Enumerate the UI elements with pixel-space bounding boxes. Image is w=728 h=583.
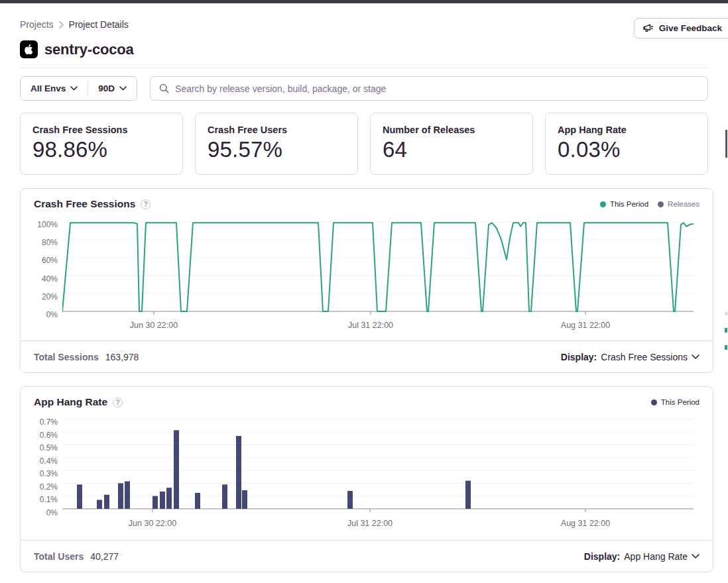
stat-value: 0.03%	[558, 137, 696, 162]
give-feedback-button[interactable]: Give Feedback	[634, 18, 728, 38]
stat-value: 98.86%	[32, 137, 170, 162]
chevron-down-icon	[692, 354, 699, 360]
x-tick-label: Jun 30 22:00	[129, 519, 176, 528]
display-selected-value: Crash Free Sessions	[601, 352, 688, 362]
stat-value: 64	[383, 137, 520, 162]
y-tick-label: 0.6%	[40, 431, 58, 440]
y-tick-label: 80%	[42, 238, 58, 247]
legend-item[interactable]: This Period	[600, 200, 648, 208]
stat-card-number-of-releases: Number of Releases 64	[370, 113, 533, 175]
legend-label: Releases	[668, 200, 699, 208]
y-tick-label: 100%	[37, 220, 58, 229]
help-icon[interactable]: ?	[113, 398, 123, 407]
y-tick-label: 0.1%	[40, 495, 58, 504]
x-axis-labels: Jun 30 22:00Jul 31 22:00Aug 31 22:00	[21, 321, 713, 331]
chart-legend: This Period	[651, 396, 699, 406]
chart-footer: Total Sessions 163,978 Display: Crash Fr…	[21, 341, 713, 372]
y-tick-label: 0.5%	[40, 443, 58, 452]
y-axis-labels: 0.7%0.6%0.5%0.4%0.3%0.2%0.1%0%	[21, 417, 58, 517]
chart-title: App Hang Rate	[34, 396, 107, 408]
display-label: Display:	[584, 551, 620, 562]
filter-button-group: All Envs 90D	[20, 76, 137, 101]
page-title: sentry-cocoa	[44, 41, 134, 58]
legend-item[interactable]: Releases	[658, 200, 699, 208]
legend-dot	[658, 201, 664, 207]
date-range-filter-button[interactable]: 90D	[88, 77, 137, 100]
y-tick-label: 0.7%	[40, 417, 58, 427]
stat-cards-row: Crash Free Sessions 98.86% Crash Free Us…	[20, 113, 708, 175]
header-divider	[20, 68, 708, 68]
chart-title: Crash Free Sessions	[34, 198, 135, 210]
x-axis-labels: Jun 30 22:00Jul 31 22:00Aug 31 22:00	[21, 519, 713, 529]
stat-label: Number of Releases	[383, 125, 520, 135]
crash-free-sessions-panel: Crash Free Sessions ? This PeriodRelease…	[20, 188, 713, 373]
y-tick-label: 0.4%	[40, 456, 58, 466]
breadcrumb-current: Project Details	[69, 19, 129, 30]
x-tick-label: Jun 30 22:00	[130, 321, 178, 330]
legend-item[interactable]: This Period	[651, 398, 699, 406]
x-tick-label: Aug 31 22:00	[561, 519, 610, 528]
chevron-down-icon	[692, 554, 699, 559]
legend-label: This Period	[610, 200, 648, 208]
environment-filter-label: All Envs	[30, 83, 66, 93]
give-feedback-label: Give Feedback	[659, 23, 722, 33]
project-title-row: sentry-cocoa	[20, 40, 708, 58]
megaphone-icon	[643, 23, 654, 33]
bar-chart-canvas[interactable]	[62, 417, 694, 513]
display-metric-select[interactable]: Display: Crash Free Sessions	[561, 352, 699, 362]
app-hang-rate-panel: App Hang Rate ? This Period 0.7%0.6%0.5%…	[20, 386, 713, 572]
x-tick-label: Jul 31 22:00	[347, 519, 393, 528]
chart-legend: This PeriodReleases	[600, 198, 699, 208]
y-tick-label: 0.2%	[40, 482, 58, 492]
chart-footer: Total Users 40,277 Display: App Hang Rat…	[21, 540, 713, 572]
legend-dot	[651, 399, 657, 405]
x-tick-label: Jul 31 22:00	[348, 321, 393, 330]
stat-card-crash-free-users: Crash Free Users 95.57%	[195, 113, 358, 175]
chevron-down-icon	[70, 86, 78, 91]
total-users-value: 40,277	[90, 551, 119, 562]
display-selected-value: App Hang Rate	[624, 551, 688, 562]
legend-dot	[600, 201, 606, 207]
total-sessions-value: 163,978	[105, 352, 139, 362]
y-tick-label: 0.3%	[40, 469, 58, 478]
y-tick-label: 0%	[46, 310, 58, 319]
stat-label: App Hang Rate	[558, 125, 696, 135]
total-users-label: Total Users	[34, 551, 84, 562]
stat-card-app-hang-rate: App Hang Rate 0.03%	[545, 113, 708, 175]
stat-value: 95.57%	[208, 137, 345, 162]
breadcrumb: Projects Project Details	[20, 19, 708, 30]
stat-label: Crash Free Sessions	[32, 125, 170, 135]
release-search-box[interactable]	[150, 76, 708, 101]
y-tick-label: 40%	[42, 274, 58, 284]
total-sessions-label: Total Sessions	[34, 352, 99, 362]
legend-label: This Period	[661, 398, 699, 406]
display-metric-select[interactable]: Display: App Hang Rate	[584, 551, 699, 562]
y-tick-label: 0%	[46, 508, 58, 517]
breadcrumb-projects-link[interactable]: Projects	[20, 19, 54, 30]
filter-bar: All Envs 90D	[20, 76, 708, 101]
date-range-filter-label: 90D	[98, 83, 115, 93]
y-axis-labels: 100%80%60%40%20%0%	[21, 220, 58, 319]
search-input[interactable]	[175, 83, 699, 94]
y-tick-label: 60%	[42, 256, 58, 265]
help-icon[interactable]: ?	[141, 199, 151, 209]
stat-card-crash-free-sessions: Crash Free Sessions 98.86%	[20, 113, 183, 175]
apple-icon	[20, 40, 38, 58]
x-tick-label: Aug 31 22:00	[561, 321, 610, 330]
chevron-down-icon	[119, 86, 127, 91]
page-header: Projects Project Details Give Feedback s…	[0, 3, 728, 68]
stat-label: Crash Free Users	[208, 125, 345, 135]
search-icon	[159, 83, 169, 93]
chevron-right-icon	[59, 21, 64, 28]
environment-filter-button[interactable]: All Envs	[21, 77, 88, 100]
line-chart-canvas[interactable]	[62, 219, 694, 316]
display-label: Display:	[561, 352, 597, 362]
y-tick-label: 20%	[42, 292, 58, 301]
